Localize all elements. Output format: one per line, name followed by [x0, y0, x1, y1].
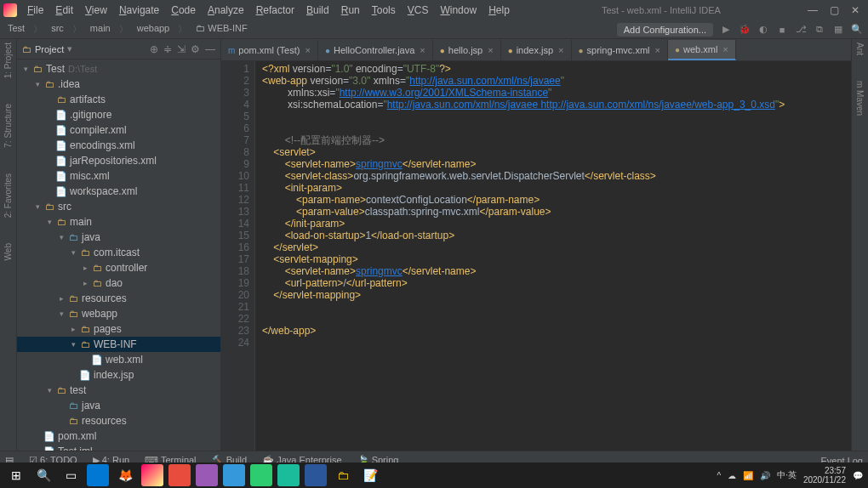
- editor-tab[interactable]: ●hello.jsp×: [433, 40, 501, 60]
- notes-icon[interactable]: 📝: [359, 464, 381, 486]
- app-icon-4[interactable]: [250, 464, 272, 486]
- menu-window[interactable]: Window: [435, 3, 482, 18]
- tree-row[interactable]: ▾🗀src: [17, 199, 220, 214]
- tree-row[interactable]: 📄pom.xml: [17, 428, 220, 444]
- web-tool-tab[interactable]: Web: [3, 243, 13, 260]
- firefox-icon[interactable]: 🦊: [114, 464, 136, 486]
- tree-row[interactable]: 📄Test.iml: [17, 444, 220, 451]
- project-tree[interactable]: ▾🗀TestD:\Test▾🗀.idea🗀artifacts📄.gitignor…: [17, 60, 220, 451]
- menu-code[interactable]: Code: [166, 3, 201, 18]
- editor-tab[interactable]: ●web.xml×: [668, 40, 736, 60]
- project-tool-tab[interactable]: 1: Project: [3, 43, 13, 78]
- editor-tab[interactable]: ●HelloController.java×: [318, 40, 433, 60]
- favorites-tool-tab[interactable]: 2: Favorites: [3, 173, 13, 218]
- tool-icon[interactable]: ⧉: [814, 24, 825, 36]
- coverage-icon[interactable]: ◐: [757, 24, 769, 36]
- expand-all-icon[interactable]: ≑: [163, 43, 172, 55]
- app-icon[interactable]: [168, 464, 191, 486]
- close-tab-icon[interactable]: ×: [305, 45, 310, 55]
- add-configuration-button[interactable]: Add Configuration...: [617, 23, 713, 37]
- collapse-icon[interactable]: ⇲: [177, 43, 186, 55]
- run-icon[interactable]: ▶: [720, 24, 732, 36]
- breadcrumb-item[interactable]: 🗀 WEB-INF: [193, 22, 250, 37]
- menu-analyze[interactable]: Analyze: [203, 3, 249, 18]
- tree-row[interactable]: ▸🗀resources: [17, 291, 220, 306]
- tree-row[interactable]: ▾🗀com.itcast: [17, 245, 220, 260]
- ant-tool-tab[interactable]: Ant: [855, 43, 865, 55]
- tree-row[interactable]: ▾🗀WEB-INF: [17, 337, 220, 352]
- git-icon[interactable]: ⎇: [795, 24, 807, 36]
- minimize-icon[interactable]: —: [808, 4, 818, 16]
- close-tab-icon[interactable]: ×: [655, 45, 660, 55]
- app-icon-5[interactable]: [277, 464, 300, 486]
- debug-icon[interactable]: 🐞: [739, 24, 751, 36]
- settings-icon[interactable]: ⚙: [191, 43, 200, 55]
- editor-tab[interactable]: ●spring-mvc.xml×: [572, 40, 668, 60]
- menu-help[interactable]: Help: [483, 3, 515, 18]
- editor-tab[interactable]: ●index.jsp×: [501, 40, 572, 60]
- edge-icon[interactable]: [87, 464, 109, 486]
- menu-navigate[interactable]: Navigate: [114, 3, 164, 18]
- breadcrumb-item[interactable]: webapp: [134, 22, 173, 37]
- code-editor[interactable]: 123456789101112131415161718192021222324 …: [221, 61, 851, 451]
- tray-sound-icon[interactable]: 🔊: [760, 471, 770, 480]
- menu-file[interactable]: File: [22, 3, 49, 18]
- close-tab-icon[interactable]: ×: [558, 45, 563, 55]
- menu-refactor[interactable]: Refactor: [251, 3, 300, 18]
- taskbar-clock[interactable]: 23:57 2020/11/22: [803, 466, 846, 485]
- tree-row[interactable]: 📄jarRepositories.xml: [17, 153, 220, 168]
- tree-row[interactable]: ▾🗀.idea: [17, 77, 220, 92]
- tree-row[interactable]: ▾🗀test: [17, 383, 220, 398]
- tray-up-icon[interactable]: ^: [717, 471, 721, 480]
- close-tab-icon[interactable]: ×: [420, 45, 425, 55]
- tree-row[interactable]: ▸🗀controller: [17, 260, 220, 275]
- tree-row[interactable]: 📄web.xml: [17, 352, 220, 367]
- tree-row[interactable]: 📄.gitignore: [17, 107, 220, 122]
- code-content[interactable]: <?xml version="1.0" encoding="UTF-8"?> <…: [255, 61, 851, 451]
- tree-row[interactable]: 📄index.jsp: [17, 367, 220, 383]
- tray-wifi-icon[interactable]: 📶: [743, 471, 753, 480]
- menu-view[interactable]: View: [80, 3, 112, 18]
- menu-vcs[interactable]: VCS: [403, 3, 434, 18]
- app-icon-3[interactable]: [223, 464, 245, 486]
- tree-row[interactable]: 🗀resources: [17, 413, 220, 428]
- tree-row[interactable]: 📄workspace.xml: [17, 184, 220, 199]
- breadcrumb-item[interactable]: main: [88, 22, 113, 37]
- structure-tool-tab[interactable]: 7: Structure: [3, 104, 13, 148]
- maven-tool-tab[interactable]: m Maven: [855, 81, 865, 116]
- tree-row[interactable]: ▸🗀dao: [17, 275, 220, 291]
- hide-icon[interactable]: —: [205, 43, 215, 55]
- tree-row[interactable]: 🗀artifacts: [17, 92, 220, 107]
- tree-row[interactable]: ▾🗀webapp: [17, 306, 220, 321]
- stop-icon[interactable]: ■: [776, 24, 788, 36]
- maximize-icon[interactable]: ▢: [830, 4, 839, 16]
- menu-build[interactable]: Build: [301, 3, 334, 18]
- tray-ime-icon[interactable]: 中·英: [777, 469, 797, 481]
- close-icon[interactable]: ✕: [851, 4, 859, 16]
- breadcrumb-item[interactable]: src: [49, 22, 66, 37]
- project-structure-icon[interactable]: ▦: [832, 24, 844, 36]
- breadcrumb-item[interactable]: Test: [5, 22, 27, 37]
- menu-tools[interactable]: Tools: [367, 3, 401, 18]
- menu-edit[interactable]: Edit: [50, 3, 78, 18]
- select-opened-icon[interactable]: ⊕: [150, 43, 158, 55]
- search-icon[interactable]: 🔍: [851, 24, 863, 36]
- close-tab-icon[interactable]: ×: [488, 45, 493, 55]
- tree-row[interactable]: ▾🗀main: [17, 214, 220, 230]
- task-view-icon[interactable]: ▭: [60, 464, 82, 486]
- notification-icon[interactable]: 💬: [853, 471, 863, 480]
- explorer-icon[interactable]: 🗀: [332, 464, 354, 486]
- word-icon[interactable]: [305, 464, 327, 486]
- search-taskbar-icon[interactable]: 🔍: [32, 464, 54, 486]
- intellij-icon[interactable]: [141, 464, 163, 486]
- tree-row[interactable]: 📄compiler.xml: [17, 122, 220, 138]
- editor-tab[interactable]: mpom.xml (Test)×: [221, 40, 318, 60]
- tray-cloud-icon[interactable]: ☁: [728, 471, 736, 480]
- tree-row[interactable]: 📄misc.xml: [17, 168, 220, 184]
- tree-row[interactable]: ▾🗀java: [17, 230, 220, 245]
- start-button[interactable]: ⊞: [5, 464, 27, 486]
- close-tab-icon[interactable]: ×: [722, 44, 728, 54]
- tree-row[interactable]: 🗀java: [17, 398, 220, 413]
- tree-row[interactable]: 📄encodings.xml: [17, 138, 220, 153]
- tree-row[interactable]: ▸🗀pages: [17, 321, 220, 337]
